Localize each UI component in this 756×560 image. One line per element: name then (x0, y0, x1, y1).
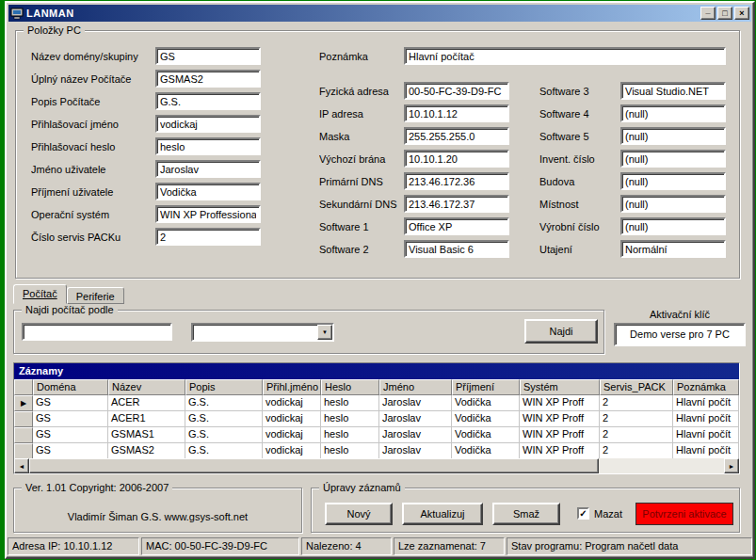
cell[interactable]: Vodička (452, 427, 520, 443)
software5-input[interactable] (620, 127, 726, 145)
row-pointer-icon[interactable]: ▶ (14, 395, 33, 411)
find-button[interactable]: Najdi (524, 319, 598, 344)
search-criteria-combobox[interactable]: ▼ (191, 323, 334, 342)
scroll-left-icon[interactable]: ◄ (14, 458, 29, 473)
update-button[interactable]: Aktualizuj (402, 503, 483, 525)
cell[interactable]: Jaroslav (379, 411, 452, 427)
secrecy-input[interactable] (620, 240, 726, 258)
cell[interactable]: GS (33, 411, 108, 427)
field-label: Úplný název Počítače (31, 73, 155, 85)
cell[interactable]: heslo (321, 443, 379, 459)
cell[interactable]: Jaroslav (379, 427, 452, 443)
cell[interactable]: 2 (600, 443, 673, 459)
login-name-input[interactable] (155, 115, 261, 133)
cell[interactable]: vodickaj (263, 443, 321, 459)
cell[interactable]: Vodička (452, 411, 520, 427)
cell[interactable]: GS (33, 395, 108, 411)
cell[interactable]: WIN XP Proff (520, 427, 600, 443)
computer-name-input[interactable] (155, 70, 261, 88)
cell[interactable]: G.S. (185, 411, 263, 427)
tab-peripherals[interactable]: Periferie (67, 287, 124, 304)
cell[interactable]: G.S. (185, 427, 263, 443)
cell[interactable]: Jaroslav (379, 443, 452, 459)
activation-key-field[interactable]: Demo verse pro 7 PC (614, 323, 746, 346)
scroll-right-icon[interactable]: ► (724, 458, 739, 473)
building-input[interactable] (620, 172, 726, 190)
service-pack-input[interactable] (155, 228, 261, 246)
scrollbar-track[interactable] (29, 458, 724, 473)
cell[interactable]: heslo (321, 427, 379, 443)
mac-address-input[interactable] (404, 82, 509, 100)
client-area: Položky PC Název domény/skupiny Úplný ná… (7, 22, 753, 555)
field-software5: Software 5 (539, 126, 726, 146)
cell[interactable]: vodickaj (263, 427, 321, 443)
cell[interactable]: Hlavní počít (673, 411, 739, 427)
minimize-button[interactable]: _ (700, 7, 716, 20)
inventory-number-input[interactable] (620, 150, 726, 168)
title-bar[interactable]: LANMAN _ □ × (8, 5, 751, 22)
new-button[interactable]: Nový (325, 503, 393, 525)
serial-number-input[interactable] (620, 217, 726, 235)
cell[interactable]: GSMAS2 (108, 443, 185, 459)
software3-input[interactable] (620, 82, 726, 100)
table-row[interactable]: GS GSMAS1 G.S. vodickaj heslo Jaroslav V… (14, 427, 739, 443)
software2-input[interactable] (404, 240, 509, 258)
delete-checkbox[interactable]: ✓ (577, 507, 589, 520)
software4-input[interactable] (620, 104, 726, 122)
row-selector[interactable] (14, 411, 33, 427)
ip-address-input[interactable] (404, 104, 509, 122)
cell[interactable]: GSMAS1 (108, 427, 185, 443)
cell[interactable]: 2 (600, 427, 673, 443)
cell[interactable]: vodickaj (263, 395, 321, 411)
cell[interactable]: ACER (108, 395, 185, 411)
cell[interactable]: Vodička (452, 395, 520, 411)
cell[interactable]: WIN XP Proff (520, 395, 600, 411)
table-row[interactable]: ▶ GS ACER G.S. vodickaj heslo Jaroslav V… (14, 395, 739, 411)
cell[interactable]: Vodička (452, 443, 520, 459)
secondary-dns-input[interactable] (404, 195, 509, 213)
room-input[interactable] (620, 195, 726, 213)
field-label: Výchozí brána (319, 153, 404, 165)
scrollbar-thumb[interactable] (29, 458, 599, 473)
cell[interactable]: heslo (321, 411, 379, 427)
cell[interactable]: 2 (600, 395, 673, 411)
cell[interactable]: heslo (321, 395, 379, 411)
cell[interactable]: G.S. (185, 395, 263, 411)
domain-group-input[interactable] (155, 47, 261, 65)
software1-input[interactable] (404, 217, 509, 235)
cell[interactable]: ACER1 (108, 411, 185, 427)
confirm-activation-button[interactable]: Potvrzeni aktivace (635, 503, 733, 525)
subnet-mask-input[interactable] (404, 127, 509, 145)
table-row[interactable]: GS GSMAS2 G.S. vodickaj heslo Jaroslav V… (14, 443, 739, 459)
row-selector[interactable] (14, 443, 33, 459)
login-password-input[interactable] (155, 137, 261, 155)
primary-dns-input[interactable] (404, 172, 509, 190)
cell[interactable]: G.S. (185, 443, 263, 459)
cell[interactable]: GS (33, 443, 108, 459)
delete-button[interactable]: Smaž (492, 503, 560, 525)
cell[interactable]: WIN XP Proff (520, 411, 600, 427)
close-button[interactable]: × (734, 7, 749, 20)
cell[interactable]: WIN XP Proff (520, 443, 600, 459)
row-selector[interactable] (14, 427, 33, 443)
user-firstname-input[interactable] (155, 160, 261, 178)
search-input[interactable] (22, 323, 172, 341)
cell[interactable]: Hlavní počít (673, 427, 739, 443)
horizontal-scrollbar[interactable]: ◄ ► (14, 458, 739, 473)
table-row[interactable]: GS ACER1 G.S. vodickaj heslo Jaroslav Vo… (14, 411, 739, 427)
tab-computer[interactable]: Počítač (13, 284, 67, 304)
maximize-button[interactable]: □ (717, 7, 732, 20)
column-header: Přihl.jméno (263, 379, 321, 395)
cell[interactable]: Hlavní počít (673, 395, 739, 411)
note-input[interactable] (404, 47, 726, 65)
cell[interactable]: vodickaj (263, 411, 321, 427)
chevron-down-icon[interactable]: ▼ (317, 325, 332, 340)
computer-desc-input[interactable] (155, 92, 261, 110)
cell[interactable]: Jaroslav (379, 395, 452, 411)
user-lastname-input[interactable] (155, 183, 261, 200)
cell[interactable]: 2 (600, 411, 673, 427)
gateway-input[interactable] (404, 150, 509, 168)
os-input[interactable] (155, 205, 261, 223)
cell[interactable]: Hlavní počít (673, 443, 739, 459)
cell[interactable]: GS (33, 427, 108, 443)
